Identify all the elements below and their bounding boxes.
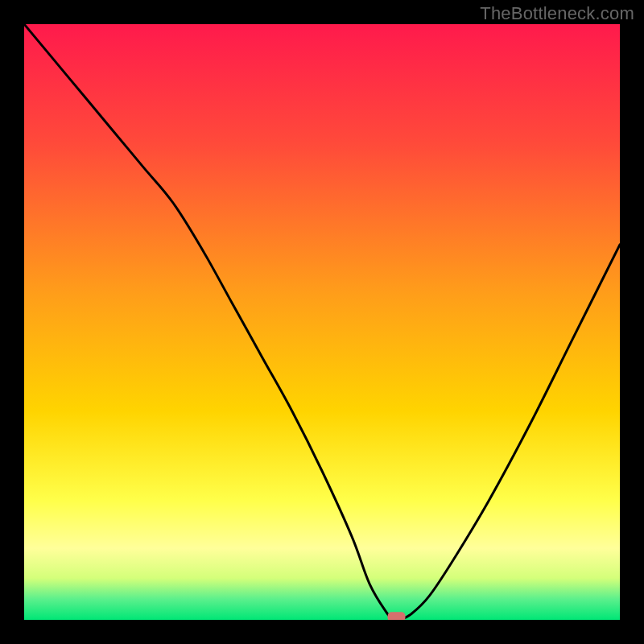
minimum-marker [388, 612, 406, 620]
plot-area [24, 24, 620, 620]
chart-container: TheBottleneck.com [0, 0, 644, 644]
watermark-text: TheBottleneck.com [480, 3, 634, 24]
gradient-background [24, 24, 620, 620]
chart-svg [24, 24, 620, 620]
